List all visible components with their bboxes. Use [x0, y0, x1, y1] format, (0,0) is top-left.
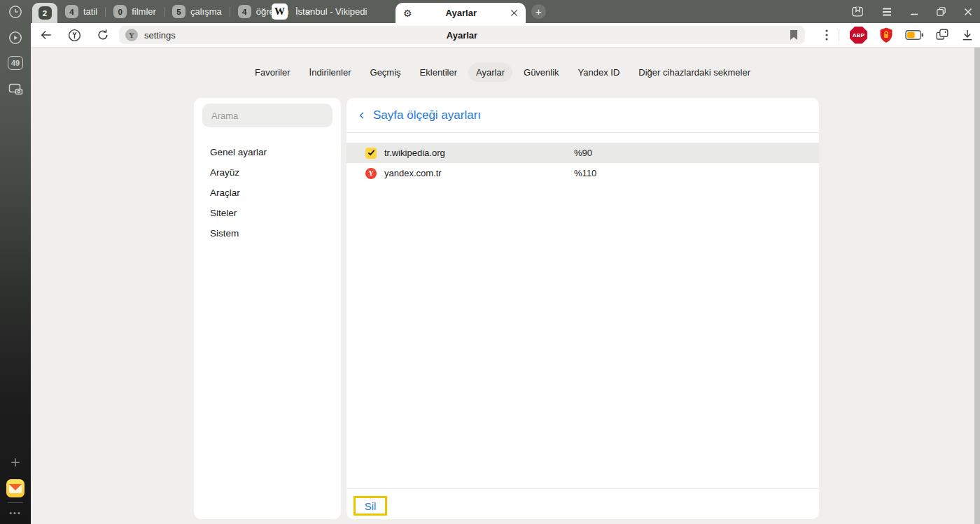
- zoom-value: %110: [574, 168, 596, 178]
- settings-sidebar-list: Genel ayarlar Arayüz Araçlar Siteler Sis…: [194, 142, 341, 243]
- toolbar-divider: [839, 29, 839, 41]
- nav-item-indirilenler[interactable]: İndirilenler: [302, 63, 359, 82]
- downloads-icon[interactable]: [960, 28, 974, 42]
- mail-envelope-flap: [9, 484, 22, 490]
- protect-shield-icon[interactable]: [878, 27, 895, 44]
- yandex-favicon: Y: [365, 168, 377, 179]
- tab-group-label: tatil: [83, 6, 97, 17]
- gear-icon: ⚙: [403, 8, 412, 18]
- tab-count-label: 49: [8, 56, 23, 70]
- close-tab-icon[interactable]: [510, 9, 518, 17]
- nav-buttons: [39, 23, 110, 47]
- more-options-icon[interactable]: [825, 29, 828, 41]
- settings-page: Favoriler İndirilenler Geçmiş Eklentiler…: [31, 48, 980, 524]
- zoom-rows: tr.wikipedia.org %90 Y yandex.com.tr %11…: [346, 143, 819, 183]
- tab-group-tatil[interactable]: 4 tatil: [65, 5, 97, 18]
- toolbar: Y settings Ayarlar ABP: [31, 23, 980, 48]
- browser-window: 49 ••• 2 4 tatil 0: [0, 0, 980, 524]
- tab-wikipedia[interactable]: W İstanbul - Vikipedi: [272, 0, 367, 23]
- tab-title: İstanbul - Vikipedi: [295, 6, 367, 17]
- delete-button[interactable]: Sil: [354, 496, 387, 516]
- search-input[interactable]: [202, 104, 332, 127]
- tab-group-count: 5: [172, 5, 186, 18]
- yandex-favicon-icon: Y: [365, 168, 377, 179]
- sidebar-item-sistem[interactable]: Sistem: [194, 223, 341, 243]
- address-bar[interactable]: Y settings Ayarlar: [119, 26, 805, 44]
- play-icon[interactable]: [0, 30, 31, 45]
- rail-divider: [8, 502, 23, 503]
- bookmark-icon[interactable]: [789, 29, 799, 41]
- page-favicon: Y: [125, 29, 138, 41]
- table-row-yandex[interactable]: Y yandex.com.tr %110: [346, 163, 819, 183]
- menu-icon[interactable]: [881, 7, 892, 17]
- toolbar-right: ABP: [825, 23, 974, 47]
- group-separator: [105, 7, 106, 17]
- settings-top-nav: Favoriler İndirilenler Geçmiş Eklentiler…: [31, 63, 974, 82]
- checkbox: [365, 148, 377, 159]
- more-apps-icon[interactable]: •••: [0, 509, 31, 517]
- url-text[interactable]: settings: [144, 30, 176, 41]
- sidebar-item-arayuz[interactable]: Arayüz: [194, 162, 341, 183]
- tab-group-label: çalışma: [190, 6, 222, 17]
- wikipedia-icon: W: [272, 3, 288, 20]
- tab-group-calisma[interactable]: 5 çalışma: [172, 5, 222, 18]
- close-window-icon[interactable]: [963, 7, 973, 17]
- adblock-plus-icon[interactable]: ABP: [850, 27, 867, 44]
- sidebar-item-genel-ayarlar[interactable]: Genel ayarlar: [194, 142, 341, 162]
- back-icon[interactable]: [39, 28, 53, 42]
- yandex-mail-icon[interactable]: [0, 479, 31, 497]
- new-tab-button[interactable]: +: [531, 4, 546, 19]
- history-clock-icon[interactable]: [0, 4, 31, 20]
- chevron-left-icon: [357, 111, 367, 120]
- site-name: tr.wikipedia.org: [384, 148, 445, 158]
- screenshot-icon[interactable]: [0, 80, 31, 97]
- tab-settings-active[interactable]: ⚙ Ayarlar: [396, 3, 526, 23]
- card-footer: Sil: [346, 488, 819, 519]
- settings-sidebar: Genel ayarlar Arayüz Araçlar Siteler Sis…: [194, 98, 341, 519]
- tab-counter-badge[interactable]: 49: [0, 56, 31, 70]
- mail-tile: [6, 479, 24, 497]
- nav-item-gecmis[interactable]: Geçmiş: [363, 63, 409, 82]
- group-separator: [230, 7, 230, 17]
- minimize-icon[interactable]: [909, 7, 919, 17]
- nav-item-favoriler[interactable]: Favoriler: [247, 63, 298, 82]
- site-name: yandex.com.tr: [384, 168, 442, 178]
- tab-title: Ayarlar: [412, 8, 510, 18]
- tab-group-count: 2: [38, 6, 52, 20]
- window-controls: [850, 0, 973, 23]
- add-panel-icon[interactable]: [0, 455, 31, 470]
- card-header[interactable]: Sayfa ölçeği ayarları: [346, 98, 819, 133]
- nav-item-diger-cihazlar[interactable]: Diğer cihazlardaki sekmeler: [631, 63, 758, 82]
- sidebar-item-araclar[interactable]: Araçlar: [194, 183, 341, 203]
- tab-group-count: 0: [113, 5, 127, 18]
- nav-item-eklentiler[interactable]: Eklentiler: [412, 63, 465, 82]
- tab-group-filmler[interactable]: 0 filmler: [113, 5, 156, 18]
- tab-group-label: filmler: [132, 6, 156, 17]
- nav-item-guvenlik[interactable]: Güvenlik: [516, 63, 567, 82]
- group-separator: [164, 7, 164, 17]
- collections-icon[interactable]: [934, 27, 950, 43]
- tab-group-count: 4: [65, 5, 78, 18]
- page-zoom-settings-card: Sayfa ölçeği ayarları tr.wikipedia.org %…: [346, 98, 819, 519]
- tab-group-active[interactable]: 2: [32, 3, 57, 23]
- zoom-value: %90: [574, 148, 592, 158]
- refresh-icon[interactable]: [96, 28, 110, 42]
- restore-icon[interactable]: [936, 6, 946, 17]
- checkbox-checked-icon[interactable]: [365, 148, 377, 159]
- sidebar-item-siteler[interactable]: Siteler: [194, 203, 341, 223]
- titlebar: 2 4 tatil 0 filmler 5 çalışma 4 öğrenim: [31, 0, 980, 23]
- address-bar-page-title: Ayarlar: [119, 30, 805, 41]
- sidebar-panel-icon[interactable]: [850, 5, 864, 19]
- battery-icon[interactable]: [905, 29, 924, 41]
- tab-group-count: 4: [238, 5, 251, 18]
- left-rail: 49 •••: [0, 0, 31, 524]
- page-title: Sayfa ölçeği ayarları: [373, 108, 481, 122]
- yandex-home-icon[interactable]: [67, 28, 82, 43]
- nav-item-ayarlar[interactable]: Ayarlar: [468, 63, 512, 82]
- page-scrollbar[interactable]: [974, 48, 980, 524]
- table-row-wikipedia[interactable]: tr.wikipedia.org %90: [346, 143, 819, 163]
- nav-item-yandex-id[interactable]: Yandex ID: [570, 63, 628, 82]
